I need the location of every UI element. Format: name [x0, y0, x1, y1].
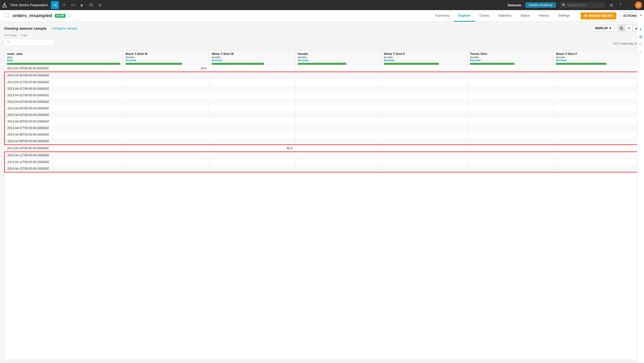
table-cell — [295, 118, 381, 125]
col-header-order-date[interactable]: order_date date Date — [5, 51, 123, 65]
table-cell — [467, 72, 553, 79]
table-cell — [467, 112, 553, 118]
table-cell — [553, 85, 639, 92]
col-header-black-tshirt-m[interactable]: Black T-Shirt M double Decimal — [123, 51, 209, 65]
app-title: Time Series Preparation — [10, 3, 48, 7]
table-cell — [209, 131, 295, 138]
col-header-hoodie[interactable]: Hoodie double Decimal — [295, 51, 381, 65]
flow-icon[interactable] — [51, 1, 59, 9]
table-cell — [467, 65, 553, 72]
table-cell — [209, 99, 295, 105]
tab-charts[interactable]: Charts — [475, 10, 494, 22]
table-cell — [123, 105, 209, 112]
dataset-name: orders_resampled — [13, 13, 52, 18]
search-icon — [7, 40, 10, 44]
table-cell — [467, 92, 553, 99]
dataiku-academy-btn[interactable]: Dataiku Academy — [525, 2, 556, 8]
search-input[interactable] — [567, 3, 603, 7]
parent-recipe-button[interactable]: ⚙ PARENT RECIPE — [581, 12, 616, 19]
grid-apps-icon[interactable]: ⊞ — [608, 2, 615, 9]
table-cell — [295, 92, 381, 99]
sidebar-circle-icon[interactable] — [638, 41, 644, 47]
table-cell — [123, 79, 209, 86]
tab-summary[interactable]: Summary — [431, 10, 454, 22]
svg-point-23 — [639, 43, 642, 46]
refresh-icon[interactable]: ↺ — [60, 1, 68, 9]
svg-point-2 — [53, 5, 54, 6]
table-cell — [467, 85, 553, 92]
display-button[interactable]: DISPLAY ▾ — [592, 25, 614, 32]
col-header-white-tshirt-f[interactable]: White T-Shirt F double Decimal — [381, 51, 467, 65]
table-cell: 2013-04-10T00:00:00.000000Z — [5, 145, 123, 152]
data-table-container[interactable]: order_date date Date Black T-Shirt M dou… — [4, 50, 640, 360]
table-cell: 2013-04-13T00:00:00.000000Z — [5, 165, 123, 172]
matching-rows-label: 1477 matching rows — [613, 42, 640, 45]
table-row: 2013-04-09T00:00:00.000000Z — [5, 138, 639, 145]
sidebar-collapse-icon[interactable]: ◄ — [638, 12, 644, 18]
notifications-icon[interactable]: ⟋ — [626, 2, 633, 9]
svg-point-4 — [56, 6, 57, 7]
table-cell — [123, 159, 209, 166]
svg-rect-9 — [620, 27, 621, 28]
table-cell — [209, 92, 295, 99]
col-header-tennis-shirt[interactable]: Tennis Shirt double Decimal — [467, 51, 553, 65]
tab-statistics[interactable]: Statistics — [494, 10, 516, 22]
table-cell — [553, 79, 639, 86]
table-cell — [295, 125, 381, 131]
main-nav-tabs: Summary Explore Charts Statistics Status… — [431, 10, 575, 22]
user-avatar[interactable]: U — [635, 2, 642, 9]
tab-explore[interactable]: Explore — [454, 10, 475, 22]
svg-rect-7 — [90, 4, 93, 5]
table-cell — [553, 165, 639, 172]
grid-view-icon[interactable] — [618, 25, 625, 32]
top-nav-right: ⊞ ? ⟋ U — [608, 2, 642, 9]
table-cell: 2013-04-03T00:00:00.000000Z — [5, 99, 123, 105]
table-row: 2013-04-10T00:00:00.000000Z80.0 — [5, 145, 639, 152]
list-view-icon[interactable] — [625, 25, 632, 32]
toolbar: Viewing dataset sample Configure sample … — [4, 25, 640, 32]
table-row: 2013-04-12T00:00:00.000000Z — [5, 159, 639, 166]
table-row: 2013-04-11T00:00:00.000000Z — [5, 152, 639, 159]
notebook-icon[interactable]: ⊞ — [96, 1, 104, 9]
table-row: 2013-04-05T00:00:00.000000Z — [5, 112, 639, 118]
table-cell — [381, 118, 467, 125]
more-icon[interactable]: ··· — [105, 1, 113, 9]
table-cell — [123, 118, 209, 125]
tab-status[interactable]: Status — [516, 10, 534, 22]
table-row: 2013-04-13T00:00:00.000000Z — [5, 165, 639, 172]
table-search-input[interactable] — [12, 41, 52, 44]
sidebar-info-icon[interactable]: ℹ — [638, 26, 644, 32]
datasets-label[interactable]: Datasets — [508, 3, 521, 7]
table-cell — [295, 85, 381, 92]
tab-settings[interactable]: Settings — [554, 10, 575, 22]
table-cell — [209, 79, 295, 86]
sidebar-data-icon[interactable] — [638, 34, 644, 40]
table-cell — [381, 65, 467, 72]
table-cell — [209, 72, 295, 79]
table-row: 2013-03-31T00:00:00.000000Z — [5, 79, 639, 86]
svg-rect-16 — [635, 28, 636, 29]
table-cell: 2013-04-04T00:00:00.000000Z — [5, 105, 123, 112]
code-icon[interactable]: </> — [69, 1, 77, 9]
svg-point-22 — [640, 36, 641, 37]
table-cell — [467, 138, 553, 145]
table-cell — [381, 159, 467, 166]
col-header-white-tshirt-m[interactable]: White T-Shirt M double Decimal — [209, 51, 295, 65]
help-icon[interactable]: ? — [617, 2, 624, 9]
row-col-info: 1477 rows, 7 cols — [4, 34, 640, 37]
deploy-icon[interactable] — [87, 1, 95, 9]
dataset-header-bar: orders_resampled GD PR ⓘ Summary Explore… — [0, 10, 644, 22]
dataset-info-icon[interactable]: ⓘ — [68, 14, 72, 18]
table-cell — [209, 165, 295, 172]
configure-sample-link[interactable]: Configure sample — [52, 26, 77, 30]
table-cell — [467, 145, 553, 152]
tab-history[interactable]: History — [534, 10, 553, 22]
table-cell — [467, 118, 553, 125]
run-icon[interactable]: ▶ — [78, 1, 86, 9]
table-cell: 2013-04-05T00:00:00.000000Z — [5, 112, 123, 118]
table-cell — [553, 159, 639, 166]
table-body: 2013-03-29T00:00:00.000000Z19.02013-03-3… — [5, 65, 639, 172]
svg-point-3 — [56, 3, 57, 4]
folder-icon — [4, 12, 10, 19]
col-header-black-tshirt-f[interactable]: Black T-Shirt F double Decimal — [553, 51, 639, 65]
